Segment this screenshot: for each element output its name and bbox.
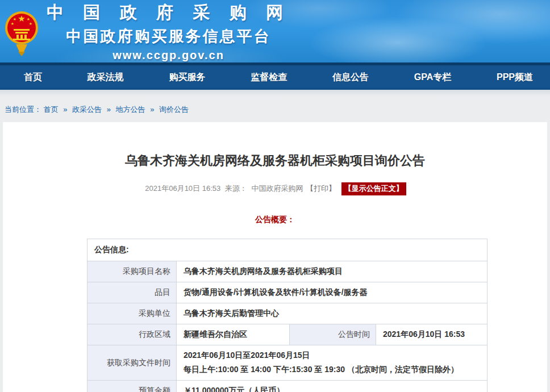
field-value-document-period: 2021年06月10日至2021年06月15日 每日上午:10:00 至 14:… <box>177 345 488 381</box>
breadcrumb-separator: » <box>63 105 67 114</box>
field-label-notice-time: 公告时间 <box>290 324 376 345</box>
content-card: 乌鲁木齐海关机房网络及服务器机柜采购项目询价公告 2021年06月10日 16:… <box>3 122 547 392</box>
breadcrumb-item-local-notices[interactable]: 地方公告 <box>116 105 145 114</box>
summary-heading: 公告概要： <box>3 215 547 225</box>
field-label-region: 行政区域 <box>88 324 177 345</box>
publish-datetime: 2021年06月10日 16:53 <box>145 184 220 193</box>
field-label-purchaser: 采购单位 <box>88 303 177 324</box>
nav-item-announcements[interactable]: 信息公告 <box>332 72 369 84</box>
breadcrumb-separator: » <box>150 105 154 114</box>
breadcrumb-separator: » <box>107 105 111 114</box>
document-period-dates: 2021年06月10日至2021年06月15日 <box>184 351 480 361</box>
print-button[interactable]: 【打印】 <box>306 184 336 193</box>
site-url: www.ccgp.gov.cn <box>47 49 290 62</box>
nav-item-purchase-services[interactable]: 购买服务 <box>169 72 206 84</box>
field-value-budget: ￥11.000000万元（人民币） <box>177 381 488 392</box>
breadcrumb-item-inquiry-notices[interactable]: 询价公告 <box>159 105 189 114</box>
breadcrumb-item-home[interactable]: 首页 <box>44 105 59 114</box>
main-nav: 首页 政采法规 购买服务 监督检查 信息公告 GPA专栏 PPP频道 <box>0 62 550 90</box>
field-value-purchaser: 乌鲁木齐海关后勤管理中心 <box>177 303 488 324</box>
breadcrumb-item-procurement-notices[interactable]: 政采公告 <box>72 105 102 114</box>
breadcrumb-location-label: 当前位置： <box>5 105 41 114</box>
article-meta: 2021年06月10日 16:53 来源： 中国政府采购网 【打印】 【显示公告… <box>3 182 547 195</box>
table-row: 行政区域 新疆维吾尔自治区 公告时间 2021年06月10日 16:53 <box>88 324 488 345</box>
china-national-emblem-icon: ★ ★ ★ ★ ★ <box>5 5 39 57</box>
site-header: ★ ★ ★ ★ ★ 中 国 政 府 采 购 网 中国政府购买服务信息平台 www… <box>0 0 550 62</box>
svg-text:★: ★ <box>11 22 14 26</box>
nav-item-home[interactable]: 首页 <box>24 72 42 84</box>
field-value-category: 货物/通用设备/计算机设备及软件/计算机设备/服务器 <box>177 282 488 303</box>
table-row: 采购项目名称 乌鲁木齐海关机房网络及服务器机柜采购项目 <box>88 261 488 282</box>
site-subtitle: 中国政府购买服务信息平台 <box>47 26 290 47</box>
show-notice-button[interactable]: 【显示公告正文】 <box>341 182 406 195</box>
field-label-document-period: 获取采购文件时间 <box>88 345 177 381</box>
source-name: 中国政府采购网 <box>251 184 303 193</box>
nav-item-ppp[interactable]: PPP频道 <box>497 72 533 84</box>
svg-text:★: ★ <box>13 17 16 21</box>
table-row: 获取采购文件时间 2021年06月10日至2021年06月15日 每日上午:10… <box>88 345 488 381</box>
field-value-notice-time: 2021年06月10日 16:53 <box>376 324 488 345</box>
nav-item-regulations[interactable]: 政采法规 <box>88 72 124 84</box>
table-row: 预算金额 ￥11.000000万元（人民币） <box>88 381 488 392</box>
announcement-info-table: 公告信息: 采购项目名称 乌鲁木齐海关机房网络及服务器机柜采购项目 品目 货物/… <box>87 239 488 392</box>
page-title: 乌鲁木齐海关机房网络及服务器机柜采购项目询价公告 <box>3 122 547 170</box>
document-period-hours: 每日上午:10:00 至 14:00 下午:15:30 至 19:30 （北京时… <box>184 365 480 375</box>
site-branding: 中 国 政 府 采 购 网 中国政府购买服务信息平台 www.ccgp.gov.… <box>47 1 290 62</box>
field-label-project-name: 采购项目名称 <box>88 261 177 282</box>
table-section-row: 公告信息: <box>88 239 488 261</box>
field-value-region: 新疆维吾尔自治区 <box>177 324 290 345</box>
field-value-project-name: 乌鲁木齐海关机房网络及服务器机柜采购项目 <box>177 261 488 282</box>
field-label-category: 品目 <box>88 282 177 303</box>
breadcrumb: 当前位置： 首页 » 政采公告 » 地方公告 » 询价公告 <box>0 90 550 122</box>
table-row: 采购单位 乌鲁木齐海关后勤管理中心 <box>88 303 488 324</box>
nav-item-supervision[interactable]: 监督检查 <box>251 72 287 84</box>
table-row: 品目 货物/通用设备/计算机设备及软件/计算机设备/服务器 <box>88 282 488 303</box>
svg-text:★: ★ <box>18 14 25 23</box>
site-title: 中 国 政 府 采 购 网 <box>47 1 290 24</box>
nav-item-gpa[interactable]: GPA专栏 <box>414 72 451 84</box>
source-label: 来源： <box>225 184 247 193</box>
svg-text:★: ★ <box>29 22 32 26</box>
section-title: 公告信息: <box>88 239 488 261</box>
field-label-budget: 预算金额 <box>88 381 177 392</box>
svg-text:★: ★ <box>27 17 30 21</box>
